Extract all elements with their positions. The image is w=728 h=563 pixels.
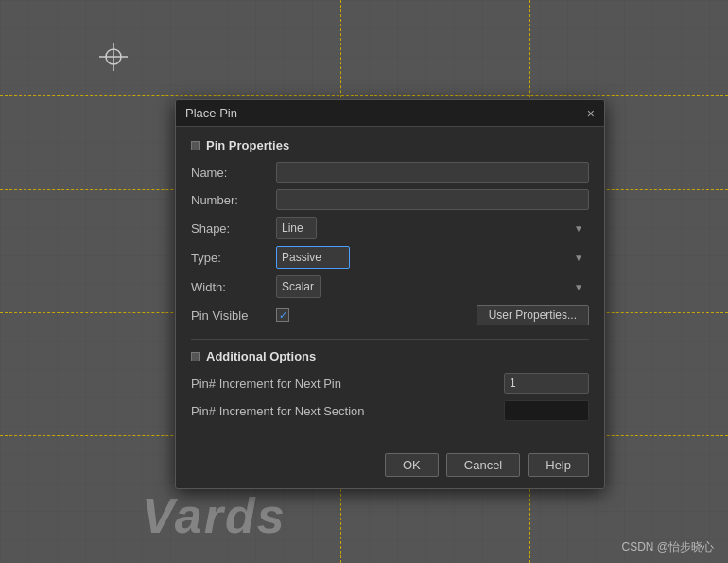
width-select[interactable]: Scalar Bus (276, 275, 321, 298)
csdn-label: CSDN @怡步晓心 (621, 539, 714, 555)
increment-next-pin-row: Pin# Increment for Next Pin (191, 373, 589, 394)
increment-next-section-input[interactable] (504, 400, 589, 421)
number-input[interactable] (276, 189, 589, 210)
increment-next-pin-label: Pin# Increment for Next Pin (191, 377, 504, 391)
shape-select-wrapper: Line Dot Clock ▼ (276, 217, 589, 239)
name-row: Name: (191, 162, 589, 183)
pin-visible-checkbox-container: ✓ (276, 308, 289, 322)
section-collapse-icon[interactable] (191, 141, 200, 150)
close-icon[interactable]: × (587, 107, 595, 120)
width-label: Width: (191, 280, 276, 294)
number-row: Number: (191, 189, 589, 210)
type-select[interactable]: Passive Input Output Bidirectional (276, 246, 350, 269)
pin-properties-title: Pin Properties (206, 138, 289, 152)
crosshair-icon (99, 43, 128, 71)
increment-next-section-label: Pin# Increment for Next Section (191, 404, 504, 418)
width-select-wrapper: Scalar Bus ▼ (276, 275, 589, 298)
name-label: Name: (191, 166, 276, 180)
additional-collapse-icon[interactable] (191, 352, 200, 361)
additional-options-title: Additional Options (206, 349, 316, 363)
pin-visible-checkbox[interactable]: ✓ (276, 308, 289, 322)
additional-options-section: Additional Options Pin# Increment for Ne… (191, 349, 589, 421)
cancel-button[interactable]: Cancel (446, 453, 520, 477)
type-select-wrapper: Passive Input Output Bidirectional ▼ (276, 246, 589, 269)
pin-visible-row: Pin Visible ✓ User Properties... (191, 305, 589, 325)
width-row: Width: Scalar Bus ▼ (191, 275, 589, 298)
width-select-arrow-icon: ▼ (574, 282, 583, 292)
guideline-h1 (0, 95, 728, 96)
increment-next-pin-input[interactable] (504, 373, 589, 394)
shape-select-arrow-icon: ▼ (574, 223, 583, 234)
pin-visible-label: Pin Visible (191, 308, 276, 323)
section-header-additional: Additional Options (191, 349, 589, 363)
section-header-pin: Pin Properties (191, 138, 589, 152)
watermark-text: Vards (142, 487, 286, 544)
name-input[interactable] (276, 162, 589, 183)
dialog-titlebar: Place Pin × (176, 100, 604, 127)
ok-button[interactable]: OK (385, 453, 439, 477)
shape-label: Shape: (191, 221, 276, 236)
user-properties-button[interactable]: User Properties... (477, 305, 589, 325)
section-divider (191, 339, 589, 340)
checkbox-check-icon: ✓ (279, 309, 287, 322)
shape-select[interactable]: Line Dot Clock (276, 217, 317, 239)
number-label: Number: (191, 193, 276, 207)
dialog-body: Pin Properties Name: Number: Shape: Line… (176, 127, 604, 446)
help-button[interactable]: Help (528, 453, 589, 477)
type-label: Type: (191, 251, 276, 265)
place-pin-dialog: Place Pin × Pin Properties Name: Number:… (175, 99, 605, 489)
dialog-footer: OK Cancel Help (176, 446, 604, 488)
shape-row: Shape: Line Dot Clock ▼ (191, 217, 589, 239)
pin-properties-section: Pin Properties Name: Number: Shape: Line… (191, 138, 589, 325)
type-row: Type: Passive Input Output Bidirectional… (191, 246, 589, 269)
dialog-title: Place Pin (185, 106, 237, 120)
guideline-v1 (147, 0, 147, 563)
increment-next-section-row: Pin# Increment for Next Section (191, 400, 589, 421)
type-select-arrow-icon: ▼ (574, 253, 583, 263)
